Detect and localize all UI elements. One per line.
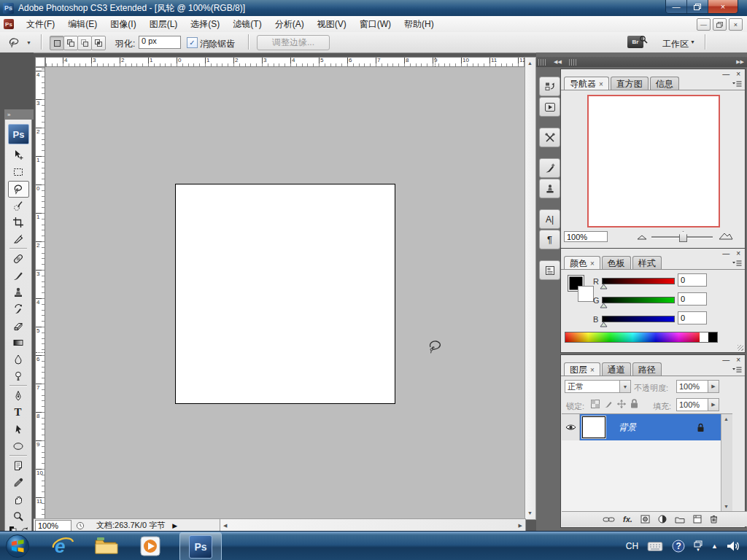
menu-image[interactable]: 图像(I) xyxy=(104,16,142,32)
tool-preset-picker[interactable] xyxy=(7,36,23,50)
layer-scroll-up-icon[interactable]: ▲ xyxy=(724,416,729,423)
zoom-slider-thumb[interactable] xyxy=(679,231,687,242)
layer-scroll-down-icon[interactable]: ▼ xyxy=(724,503,729,510)
antialias-checkbox[interactable]: ✓ xyxy=(187,37,198,48)
taskbar-ie-button[interactable]: e xyxy=(48,534,77,559)
layer-row-selected[interactable]: 背景 xyxy=(580,414,721,440)
add-layer-mask-icon[interactable] xyxy=(640,515,650,524)
blue-slider-bar[interactable] xyxy=(602,316,675,322)
dodge-tool[interactable] xyxy=(8,368,28,384)
new-layer-icon[interactable] xyxy=(693,515,702,524)
scroll-right-icon[interactable]: ▶ xyxy=(519,522,522,529)
red-slider-bar[interactable] xyxy=(602,278,675,284)
workspace-label[interactable]: 工作区 xyxy=(662,38,689,50)
eraser-tool[interactable] xyxy=(8,318,28,333)
tab-close-icon[interactable]: × xyxy=(590,260,595,268)
lock-pixels-icon[interactable] xyxy=(603,399,614,409)
history-panel-button[interactable] xyxy=(539,77,560,96)
color-spectrum-ramp[interactable] xyxy=(565,332,701,343)
scroll-down-icon[interactable]: ▼ xyxy=(527,510,533,517)
type-tool[interactable]: T xyxy=(8,405,28,420)
blue-value-field[interactable]: 0 xyxy=(678,311,707,324)
collapse-dock-icon[interactable]: ▶▶ xyxy=(736,59,744,65)
preset-dropdown-icon[interactable]: ▼ xyxy=(26,40,31,45)
fill-combo[interactable]: 100% ▶ xyxy=(676,398,719,411)
navigator-zoom-field[interactable]: 100% xyxy=(564,231,608,242)
scroll-left-icon[interactable]: ◀ xyxy=(223,522,227,529)
intersect-selection-mode-button[interactable] xyxy=(91,36,106,50)
doc-minimize-button[interactable]: — xyxy=(697,18,711,31)
menu-edit[interactable]: 编辑(E) xyxy=(61,16,104,32)
menu-select[interactable]: 选择(S) xyxy=(184,16,226,32)
zoom-level-field[interactable]: 100% xyxy=(35,520,71,532)
gradient-tool[interactable] xyxy=(8,335,28,350)
actions-panel-button[interactable] xyxy=(539,97,560,117)
tab-close-icon[interactable]: × xyxy=(590,366,595,374)
menu-layer[interactable]: 图层(L) xyxy=(143,16,185,32)
red-value-field[interactable]: 0 xyxy=(678,273,707,287)
menu-view[interactable]: 视图(V) xyxy=(311,16,353,32)
taskbar-explorer-button[interactable] xyxy=(92,534,121,559)
red-slider-thumb[interactable] xyxy=(600,284,608,289)
zoom-tool[interactable] xyxy=(8,508,28,524)
tab-color[interactable]: 颜色× xyxy=(564,256,600,270)
panel-menu-icon[interactable] xyxy=(731,79,743,89)
layer-list-scrollbar-track[interactable]: ▼ xyxy=(721,440,732,512)
navigator-preview[interactable] xyxy=(587,95,720,228)
lock-position-icon[interactable] xyxy=(616,399,627,409)
new-selection-mode-button[interactable] xyxy=(50,36,64,50)
tab-swatches[interactable]: 色板 xyxy=(602,256,631,270)
dock-grip[interactable] xyxy=(538,59,546,66)
keyboard-icon[interactable] xyxy=(647,541,663,552)
menu-filter[interactable]: 滤镜(T) xyxy=(226,16,268,32)
refine-edge-button[interactable]: 调整边缘... xyxy=(257,35,330,50)
character-panel-button[interactable]: A| xyxy=(539,209,560,229)
zoom-out-icon[interactable] xyxy=(637,234,647,240)
menu-help[interactable]: 帮助(H) xyxy=(398,16,441,32)
lock-transparency-icon[interactable] xyxy=(590,399,600,409)
restore-button[interactable] xyxy=(687,0,708,13)
clone-stamp-tool[interactable] xyxy=(8,284,28,300)
tool-presets-panel-button[interactable] xyxy=(539,128,560,147)
history-brush-tool[interactable] xyxy=(8,301,28,316)
tab-navigator[interactable]: 导航器× xyxy=(564,77,609,90)
visibility-cell[interactable] xyxy=(562,414,580,440)
pen-tool[interactable] xyxy=(8,388,28,403)
subtract-selection-mode-button[interactable] xyxy=(77,36,92,50)
new-group-icon[interactable] xyxy=(675,516,685,524)
status-flyout-icon[interactable]: ▶ xyxy=(172,522,177,529)
healing-brush-tool[interactable] xyxy=(8,251,28,266)
close-button[interactable]: × xyxy=(708,0,738,13)
taskbar-wmp-button[interactable] xyxy=(136,534,165,559)
doc-restore-button[interactable] xyxy=(713,18,727,31)
ellipse-tool[interactable] xyxy=(8,438,28,454)
feather-input[interactable]: 0 px xyxy=(139,36,181,49)
panel-resize-grip[interactable] xyxy=(738,345,743,351)
opacity-flyout-icon[interactable]: ▶ xyxy=(708,380,719,393)
crop-tool[interactable] xyxy=(8,214,28,230)
collapse-icons-strip-icon[interactable]: ◀◀ xyxy=(554,59,562,65)
fill-flyout-icon[interactable]: ▶ xyxy=(708,398,719,411)
scroll-up-icon[interactable]: ▲ xyxy=(527,60,533,67)
layer-list-scrollbar[interactable]: ▲ xyxy=(721,414,732,440)
layer-thumbnail[interactable] xyxy=(582,416,605,438)
language-bar-options[interactable]: ▼ xyxy=(694,540,703,552)
layer-style-icon[interactable]: fx. xyxy=(623,515,632,524)
layer-row-background[interactable]: 背景 ▲ xyxy=(562,414,732,440)
panel-menu-icon[interactable] xyxy=(731,258,743,268)
doc-close-button[interactable]: × xyxy=(729,18,743,31)
rectangular-marquee-tool[interactable] xyxy=(8,164,28,179)
menu-window[interactable]: 窗口(W) xyxy=(353,16,398,32)
horizontal-scrollbar[interactable]: ◀ ▶ xyxy=(220,518,526,532)
blend-mode-dropdown-icon[interactable]: ▼ xyxy=(620,380,631,393)
layer-name[interactable]: 背景 xyxy=(619,421,636,434)
tab-layers[interactable]: 图层× xyxy=(564,362,600,376)
tab-histogram[interactable]: 直方图 xyxy=(611,77,649,90)
brush-tool[interactable] xyxy=(8,268,28,283)
eyedropper-tool[interactable] xyxy=(8,475,28,490)
workspace-dropdown-icon[interactable]: ▼ xyxy=(690,39,695,44)
vertical-ruler[interactable]: 4 3 2 1 0 1 2 3 4 5 6 7 8 9 10 11 xyxy=(35,67,45,520)
green-value-field[interactable]: 0 xyxy=(678,292,707,306)
adjustment-layer-icon[interactable] xyxy=(658,515,667,524)
minimize-button[interactable]: — xyxy=(666,0,687,13)
